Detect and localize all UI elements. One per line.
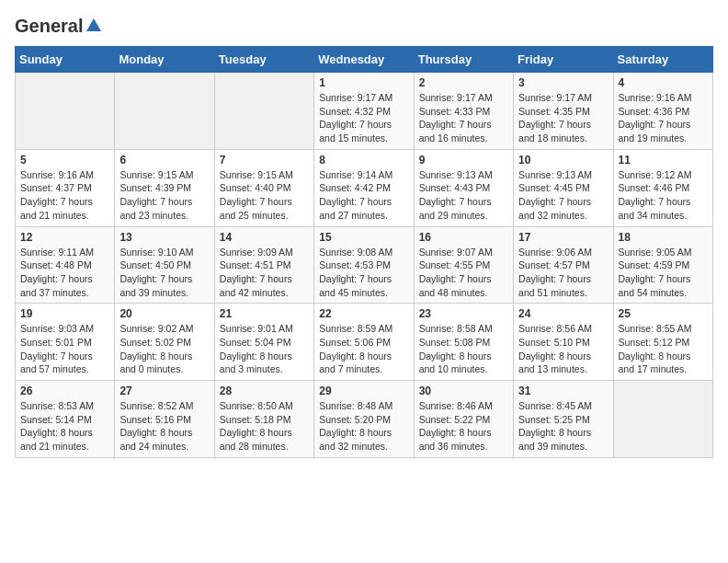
day-number: 16	[419, 231, 508, 244]
calendar-cell: 5Sunrise: 9:16 AM Sunset: 4:37 PM Daylig…	[16, 149, 115, 226]
calendar-table: SundayMondayTuesdayWednesdayThursdayFrid…	[15, 46, 713, 458]
day-info: Sunrise: 8:59 AM Sunset: 5:06 PM Dayligh…	[319, 322, 408, 376]
calendar-cell: 14Sunrise: 9:09 AM Sunset: 4:51 PM Dayli…	[214, 226, 313, 304]
day-info: Sunrise: 9:06 AM Sunset: 4:57 PM Dayligh…	[518, 246, 608, 300]
weekday-header-monday: Monday	[115, 47, 214, 73]
calendar-cell: 16Sunrise: 9:07 AM Sunset: 4:55 PM Dayli…	[414, 226, 513, 304]
day-info: Sunrise: 8:56 AM Sunset: 5:10 PM Dayligh…	[518, 322, 608, 376]
weekday-header-thursday: Thursday	[414, 47, 513, 73]
calendar-cell: 25Sunrise: 8:55 AM Sunset: 5:12 PM Dayli…	[613, 304, 712, 381]
logo: General	[15, 15, 102, 37]
calendar-cell: 24Sunrise: 8:56 AM Sunset: 5:10 PM Dayli…	[514, 304, 613, 381]
day-number: 8	[319, 154, 408, 167]
calendar-cell: 29Sunrise: 8:48 AM Sunset: 5:20 PM Dayli…	[314, 381, 414, 458]
day-number: 21	[220, 307, 309, 320]
calendar-cell: 15Sunrise: 9:08 AM Sunset: 4:53 PM Dayli…	[314, 226, 414, 304]
day-info: Sunrise: 8:58 AM Sunset: 5:08 PM Dayligh…	[419, 322, 508, 376]
calendar-cell: 13Sunrise: 9:10 AM Sunset: 4:50 PM Dayli…	[115, 226, 214, 304]
day-info: Sunrise: 9:02 AM Sunset: 5:02 PM Dayligh…	[119, 322, 209, 376]
day-number: 13	[119, 231, 209, 244]
day-info: Sunrise: 8:48 AM Sunset: 5:20 PM Dayligh…	[319, 399, 408, 454]
calendar-week-row: 19Sunrise: 9:03 AM Sunset: 5:01 PM Dayli…	[16, 304, 713, 381]
day-info: Sunrise: 9:17 AM Sunset: 4:32 PM Dayligh…	[319, 91, 408, 145]
day-info: Sunrise: 9:07 AM Sunset: 4:55 PM Dayligh…	[419, 246, 508, 300]
day-number: 3	[518, 76, 608, 89]
day-number: 1	[319, 76, 408, 89]
day-info: Sunrise: 9:05 AM Sunset: 4:59 PM Dayligh…	[619, 246, 708, 300]
day-number: 14	[220, 231, 309, 244]
day-number: 12	[20, 231, 109, 244]
day-number: 10	[518, 154, 608, 167]
day-number: 7	[220, 154, 309, 167]
day-info: Sunrise: 9:03 AM Sunset: 5:01 PM Dayligh…	[20, 322, 109, 376]
weekday-header-friday: Friday	[514, 47, 613, 73]
day-number: 31	[518, 385, 608, 397]
day-number: 20	[119, 307, 209, 320]
calendar-cell: 17Sunrise: 9:06 AM Sunset: 4:57 PM Dayli…	[514, 226, 613, 304]
day-info: Sunrise: 9:16 AM Sunset: 4:37 PM Dayligh…	[20, 168, 109, 223]
day-info: Sunrise: 8:45 AM Sunset: 5:25 PM Dayligh…	[518, 399, 608, 454]
calendar-cell	[16, 73, 115, 150]
calendar-week-row: 1Sunrise: 9:17 AM Sunset: 4:32 PM Daylig…	[16, 73, 713, 150]
calendar-week-row: 12Sunrise: 9:11 AM Sunset: 4:48 PM Dayli…	[16, 226, 713, 304]
weekday-header-saturday: Saturday	[613, 47, 712, 73]
calendar-cell: 22Sunrise: 8:59 AM Sunset: 5:06 PM Dayli…	[314, 304, 414, 381]
calendar-cell: 10Sunrise: 9:13 AM Sunset: 4:45 PM Dayli…	[514, 149, 613, 226]
day-number: 27	[119, 385, 209, 397]
day-number: 18	[619, 231, 708, 244]
weekday-header-wednesday: Wednesday	[314, 47, 414, 73]
day-number: 26	[20, 385, 109, 397]
weekday-header-tuesday: Tuesday	[214, 47, 313, 73]
day-info: Sunrise: 9:11 AM Sunset: 4:48 PM Dayligh…	[20, 246, 109, 300]
day-number: 6	[119, 154, 209, 167]
day-info: Sunrise: 9:17 AM Sunset: 4:35 PM Dayligh…	[518, 91, 608, 145]
calendar-cell: 1Sunrise: 9:17 AM Sunset: 4:32 PM Daylig…	[314, 73, 414, 150]
calendar-cell: 20Sunrise: 9:02 AM Sunset: 5:02 PM Dayli…	[115, 304, 214, 381]
calendar-cell: 27Sunrise: 8:52 AM Sunset: 5:16 PM Dayli…	[115, 381, 214, 458]
day-number: 28	[220, 385, 309, 397]
day-info: Sunrise: 8:55 AM Sunset: 5:12 PM Dayligh…	[619, 322, 708, 376]
day-info: Sunrise: 9:08 AM Sunset: 4:53 PM Dayligh…	[319, 246, 408, 300]
day-info: Sunrise: 9:14 AM Sunset: 4:42 PM Dayligh…	[319, 168, 408, 223]
weekday-header-sunday: Sunday	[16, 47, 115, 73]
calendar-cell	[214, 73, 313, 150]
day-number: 2	[419, 76, 508, 89]
calendar-cell: 9Sunrise: 9:13 AM Sunset: 4:43 PM Daylig…	[414, 149, 513, 226]
calendar-cell: 19Sunrise: 9:03 AM Sunset: 5:01 PM Dayli…	[16, 304, 115, 381]
calendar-cell: 4Sunrise: 9:16 AM Sunset: 4:36 PM Daylig…	[613, 73, 712, 150]
day-info: Sunrise: 9:13 AM Sunset: 4:43 PM Dayligh…	[419, 168, 508, 223]
day-number: 9	[419, 154, 508, 167]
calendar-cell: 23Sunrise: 8:58 AM Sunset: 5:08 PM Dayli…	[414, 304, 513, 381]
day-info: Sunrise: 9:12 AM Sunset: 4:46 PM Dayligh…	[619, 168, 708, 223]
calendar-header-row: SundayMondayTuesdayWednesdayThursdayFrid…	[16, 47, 713, 73]
day-number: 11	[619, 154, 708, 167]
day-number: 29	[319, 385, 408, 397]
calendar-cell: 12Sunrise: 9:11 AM Sunset: 4:48 PM Dayli…	[16, 226, 115, 304]
day-info: Sunrise: 8:50 AM Sunset: 5:18 PM Dayligh…	[220, 399, 309, 454]
calendar-week-row: 26Sunrise: 8:53 AM Sunset: 5:14 PM Dayli…	[16, 381, 713, 458]
day-info: Sunrise: 8:46 AM Sunset: 5:22 PM Dayligh…	[419, 399, 508, 454]
day-info: Sunrise: 9:01 AM Sunset: 5:04 PM Dayligh…	[220, 322, 309, 376]
logo-general: General	[15, 16, 83, 37]
calendar-cell	[613, 381, 712, 458]
page-header: General	[15, 15, 713, 37]
day-number: 22	[319, 307, 408, 320]
calendar-cell: 28Sunrise: 8:50 AM Sunset: 5:18 PM Dayli…	[214, 381, 313, 458]
day-number: 23	[419, 307, 508, 320]
calendar-cell: 3Sunrise: 9:17 AM Sunset: 4:35 PM Daylig…	[514, 73, 613, 150]
calendar-cell: 31Sunrise: 8:45 AM Sunset: 5:25 PM Dayli…	[514, 381, 613, 458]
calendar-cell: 26Sunrise: 8:53 AM Sunset: 5:14 PM Dayli…	[16, 381, 115, 458]
calendar-cell: 2Sunrise: 9:17 AM Sunset: 4:33 PM Daylig…	[414, 73, 513, 150]
calendar-cell: 6Sunrise: 9:15 AM Sunset: 4:39 PM Daylig…	[115, 149, 214, 226]
calendar-cell	[115, 73, 214, 150]
day-number: 24	[518, 307, 608, 320]
day-info: Sunrise: 9:15 AM Sunset: 4:39 PM Dayligh…	[119, 168, 209, 223]
calendar-week-row: 5Sunrise: 9:16 AM Sunset: 4:37 PM Daylig…	[16, 149, 713, 226]
day-info: Sunrise: 9:16 AM Sunset: 4:36 PM Dayligh…	[619, 91, 708, 145]
day-info: Sunrise: 9:15 AM Sunset: 4:40 PM Dayligh…	[220, 168, 309, 223]
svg-marker-0	[86, 18, 101, 31]
day-number: 4	[619, 76, 708, 89]
calendar-cell: 18Sunrise: 9:05 AM Sunset: 4:59 PM Dayli…	[613, 226, 712, 304]
calendar-cell: 7Sunrise: 9:15 AM Sunset: 4:40 PM Daylig…	[214, 149, 313, 226]
calendar-cell: 11Sunrise: 9:12 AM Sunset: 4:46 PM Dayli…	[613, 149, 712, 226]
